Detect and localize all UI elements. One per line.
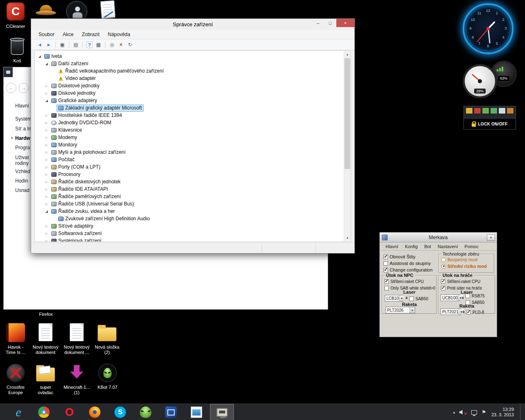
tree-item[interactable]: ▷Řadiče paměťových zařízení bbox=[35, 193, 351, 200]
tree-item[interactable]: ▷Řadiče disketových jednotek bbox=[35, 178, 351, 185]
tree-item[interactable]: ▷Monitory bbox=[35, 141, 351, 148]
titlebar[interactable]: Merkava bbox=[380, 233, 497, 242]
desktop-icon-new-folder[interactable]: Nová složka (2) bbox=[94, 323, 121, 358]
minimize-button[interactable]: – bbox=[312, 19, 324, 27]
radio-icon[interactable] bbox=[441, 264, 446, 269]
collapsed-expander-icon[interactable]: ▷ bbox=[43, 232, 50, 235]
scan-hardware-icon[interactable]: ◎ bbox=[107, 41, 116, 49]
menu-item[interactable]: Pomoc bbox=[461, 243, 482, 250]
scrollbar-thumb[interactable] bbox=[345, 58, 350, 169]
checkbox-row[interactable]: Obnovit Štíty bbox=[383, 254, 433, 260]
collapsed-expander-icon[interactable]: ▷ bbox=[43, 224, 50, 228]
lock-button-3-icon[interactable] bbox=[482, 107, 489, 114]
tree-item[interactable]: ▷Systémová zařízení bbox=[35, 237, 351, 242]
lock-toggle[interactable]: LOCK ON/OFF bbox=[464, 119, 516, 129]
close-button[interactable]: × bbox=[487, 234, 495, 241]
forward-button[interactable]: → bbox=[18, 83, 29, 93]
checkbox-row[interactable]: Střílení-raket CPU bbox=[384, 278, 435, 284]
expanded-expander-icon[interactable]: ◢ bbox=[43, 210, 50, 213]
desktop-icon-ccleaner[interactable]: C CCleaner bbox=[4, 2, 27, 32]
hidden-icons-chevron-icon[interactable]: ▴ bbox=[453, 410, 455, 414]
lock-button-4-icon[interactable] bbox=[490, 107, 498, 114]
sidebar-item[interactable]: Systém bbox=[15, 116, 32, 122]
menu-item[interactable]: Konfig bbox=[402, 243, 421, 250]
radio-row[interactable]: Bezpečný mod bbox=[441, 257, 487, 262]
tree-item[interactable]: ▷Síťové adaptéry bbox=[35, 222, 351, 230]
collapsed-expander-icon[interactable]: ▷ bbox=[43, 180, 50, 184]
menu-item[interactable]: Zobrazit bbox=[78, 30, 103, 39]
collapsed-expander-icon[interactable]: ▷ bbox=[43, 91, 50, 95]
checkbox-row[interactable]: Change configuration bbox=[383, 267, 433, 273]
checkbox-icon[interactable] bbox=[441, 279, 445, 284]
desktop-icon-recycle-bin[interactable]: Koš bbox=[6, 37, 29, 66]
checkbox-row[interactable]: Střílení-raket CPU bbox=[441, 278, 482, 284]
collapsed-expander-icon[interactable]: ▷ bbox=[43, 239, 50, 242]
menu-item[interactable]: Soubor bbox=[34, 30, 59, 39]
expanded-expander-icon[interactable]: ◢ bbox=[43, 99, 50, 103]
collapsed-expander-icon[interactable]: ▷ bbox=[43, 143, 50, 147]
radio-row[interactable]: Střední riziko mod bbox=[441, 263, 487, 269]
expanded-expander-icon[interactable]: ◢ bbox=[37, 55, 43, 58]
tree-item[interactable]: ◢Iveta bbox=[35, 52, 351, 60]
tree-item[interactable]: Zvukové zařízení High Definition Audio bbox=[35, 215, 351, 222]
checkbox-icon[interactable] bbox=[383, 268, 388, 272]
checkbox-row[interactable]: Asistovat do skupiny bbox=[383, 260, 433, 266]
lock-button-5-icon[interactable] bbox=[498, 107, 506, 114]
system-meter-gadget[interactable]: 63% 29% bbox=[463, 61, 517, 99]
tree-item[interactable]: ▷Myši a jiná polohovací zařízení bbox=[35, 148, 351, 156]
show-desktop-button[interactable] bbox=[520, 404, 523, 420]
checkbox-icon[interactable] bbox=[383, 261, 388, 266]
checkbox-icon[interactable] bbox=[466, 294, 470, 298]
tree-item[interactable]: ▷Disketové jednotky bbox=[35, 82, 351, 89]
scroll-up-icon[interactable]: ▴ bbox=[344, 51, 351, 58]
radio-icon[interactable] bbox=[441, 258, 446, 262]
collapsed-expander-icon[interactable]: ▷ bbox=[43, 128, 50, 132]
npc-laser-select[interactable]: LCB10 ▼ bbox=[385, 295, 404, 301]
taskbar-internet-explorer[interactable] bbox=[7, 404, 30, 420]
desktop-icon-crossfire[interactable]: Crossfire Europe bbox=[2, 363, 29, 399]
tree-item[interactable]: Video adaptér bbox=[35, 75, 351, 82]
sidebar-item[interactable]: Hodin bbox=[15, 178, 28, 184]
maximize-button[interactable]: □ bbox=[324, 19, 336, 27]
collapsed-expander-icon[interactable]: ▷ bbox=[43, 114, 50, 117]
collapsed-expander-icon[interactable]: ▷ bbox=[43, 202, 50, 206]
taskbar-skype[interactable] bbox=[108, 404, 132, 420]
checkbox-icon[interactable] bbox=[384, 279, 389, 284]
taskbar-alienware[interactable] bbox=[134, 404, 158, 420]
desktop-icon-kbot[interactable]: KBot 7.07 bbox=[94, 363, 121, 399]
action-center-flag-icon[interactable]: ⚑ bbox=[482, 409, 486, 415]
tree-item[interactable]: ◢Grafické adaptéry bbox=[35, 97, 351, 104]
collapsed-expander-icon[interactable]: ▷ bbox=[43, 151, 50, 154]
lock-button-2-icon[interactable] bbox=[474, 107, 481, 114]
tree-item[interactable]: ▷Jednotky DVD/CD-ROM bbox=[35, 119, 351, 126]
menu-item[interactable]: Akce bbox=[59, 30, 78, 39]
tree-item[interactable]: Základní grafický adaptér Microsoft bbox=[35, 104, 351, 112]
update-driver-icon[interactable]: ↻ bbox=[126, 41, 135, 49]
checkbox-icon[interactable] bbox=[383, 255, 388, 259]
taskbar-opera[interactable] bbox=[57, 404, 81, 420]
scroll-down-icon[interactable]: ▾ bbox=[344, 235, 351, 242]
tree-item[interactable]: ▷Klávesnice bbox=[35, 126, 351, 134]
player-rocket-select[interactable]: PLT2021 ▼ bbox=[441, 308, 461, 315]
sidebar-item[interactable]: Progra bbox=[15, 145, 30, 151]
menu-item[interactable]: Hlavní bbox=[382, 243, 402, 250]
player-pld8-row[interactable]: PLD-8 bbox=[466, 309, 484, 315]
clock-gadget[interactable]: 123456789101112 bbox=[463, 3, 514, 54]
taskbar-windows-app[interactable] bbox=[159, 404, 183, 420]
collapsed-expander-icon[interactable]: ▷ bbox=[43, 136, 50, 139]
collapsed-expander-icon[interactable]: ▷ bbox=[43, 84, 50, 88]
player-laser-select[interactable]: UCB100 ▼ bbox=[441, 294, 460, 301]
devices-icon[interactable]: ▦ bbox=[94, 41, 103, 49]
tree-item[interactable]: ▷Softwarová zařízení bbox=[35, 230, 351, 237]
sidebar-item[interactable]: Usnad bbox=[15, 187, 30, 193]
checkbox-row[interactable]: RSB75 bbox=[466, 293, 485, 299]
taskbar-photos[interactable] bbox=[185, 404, 208, 420]
tree-scrollbar[interactable]: ▴ ▾ bbox=[344, 51, 351, 242]
npc-sab50-row[interactable]: SAB50 bbox=[409, 296, 428, 301]
desktop-icon-minecraft[interactable]: Minecraft-1... (1) bbox=[62, 363, 91, 399]
help-icon[interactable]: ? bbox=[86, 41, 93, 48]
lock-button-1-icon[interactable] bbox=[466, 107, 473, 114]
network-icon[interactable] bbox=[471, 410, 477, 415]
forward-icon[interactable]: ► bbox=[44, 41, 53, 49]
taskbar-chrome[interactable] bbox=[32, 404, 56, 420]
